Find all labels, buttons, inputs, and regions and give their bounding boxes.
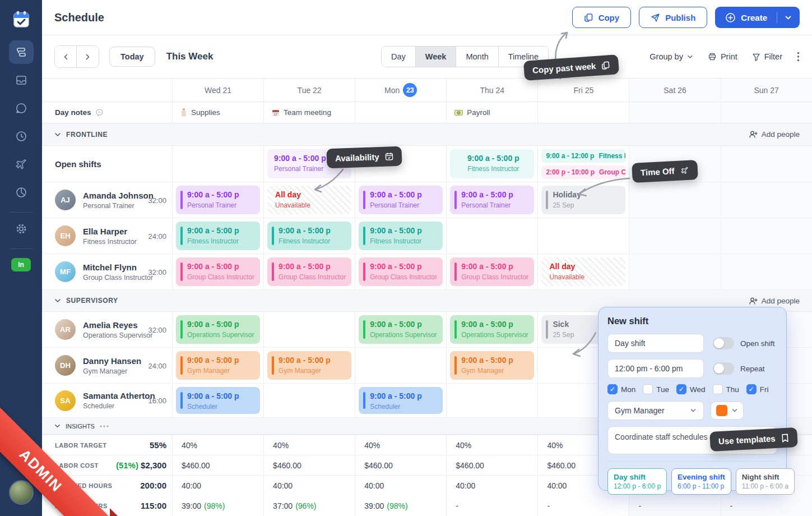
employee-name[interactable]: Amanda Johnson bbox=[83, 191, 154, 200]
create-button[interactable]: Create bbox=[715, 7, 800, 28]
schedule-cell[interactable]: 9:00 a - 5:00 pOperations Supervisor bbox=[355, 312, 446, 347]
sidebar-item-reports[interactable] bbox=[9, 181, 34, 204]
schedule-cell[interactable] bbox=[721, 218, 812, 254]
schedule-cell[interactable] bbox=[355, 348, 446, 383]
schedule-cell[interactable]: 9:00 a - 5:00 pOperations Supervisor bbox=[172, 312, 263, 347]
schedule-cell[interactable]: 9:00 a - 5:00 pScheduler bbox=[355, 384, 446, 417]
filter-button[interactable]: Filter bbox=[752, 52, 782, 61]
prev-week-button[interactable] bbox=[55, 46, 77, 67]
schedule-cell[interactable]: 9:00 a - 5:00 pPersonal Trainer bbox=[355, 182, 446, 218]
schedule-cell[interactable]: 9:00 a - 5:00 pFitness Instructor bbox=[355, 218, 446, 254]
open-shift-chip[interactable]: 9:00 a - 5:00 pFitness Instructor bbox=[450, 149, 534, 178]
copy-button[interactable]: Copy bbox=[572, 7, 632, 28]
schedule-cell[interactable] bbox=[172, 146, 263, 182]
schedule-cell[interactable] bbox=[537, 218, 629, 254]
template-night-shift[interactable]: Night shift11:00 p - 6:00 a bbox=[736, 468, 795, 495]
tab-week[interactable]: Week bbox=[416, 47, 457, 67]
avatar[interactable]: AJ bbox=[55, 190, 76, 210]
more-options-button[interactable] bbox=[797, 52, 800, 62]
day-note-empty[interactable] bbox=[537, 102, 629, 123]
app-logo-calendar-icon[interactable] bbox=[9, 7, 34, 31]
group-by-dropdown[interactable]: Group by bbox=[649, 52, 693, 61]
day-note[interactable]: Payroll bbox=[446, 102, 537, 123]
open-shift-toggle[interactable] bbox=[713, 337, 734, 349]
sidebar-item-time-clock[interactable] bbox=[9, 125, 34, 148]
weekday-checkbox-wed[interactable]: ✓ bbox=[676, 384, 686, 394]
section-label[interactable]: SUPERVISORY bbox=[66, 297, 118, 305]
role-dropdown[interactable]: Gym Manager bbox=[607, 401, 704, 420]
weekday-checkbox-fri[interactable]: ✓ bbox=[746, 384, 757, 394]
shift-chip[interactable]: 9:00 a - 5:00 pOperations Supervisor bbox=[359, 315, 443, 344]
avatar[interactable]: DH bbox=[55, 355, 76, 376]
shift-time-input[interactable]: 12:00 pm - 6:00 pm bbox=[607, 359, 704, 378]
shift-chip[interactable]: 9:00 a - 5:00 pGroup Class Instructor bbox=[267, 257, 351, 286]
schedule-cell[interactable]: 9:00 a - 5:00 pGroup Class Instructor bbox=[172, 254, 263, 289]
shift-chip[interactable]: 9:00 a - 5:00 pFitness Instructor bbox=[176, 222, 260, 250]
day-note-empty[interactable] bbox=[629, 102, 720, 123]
chevron-down-icon[interactable] bbox=[54, 131, 61, 138]
day-note[interactable]: Supplies bbox=[172, 102, 263, 123]
employee-name[interactable]: Mitchel Flynn bbox=[83, 262, 153, 272]
schedule-cell[interactable]: 9:00 a - 5:00 pGroup Class Instructor bbox=[355, 254, 446, 289]
shift-chip[interactable]: 9:00 a - 5:00 pGym Manager bbox=[176, 351, 260, 380]
tab-month[interactable]: Month bbox=[456, 47, 498, 67]
add-people-button[interactable]: Add people bbox=[749, 130, 800, 139]
schedule-cell[interactable] bbox=[446, 218, 537, 254]
shift-chip[interactable]: 9:00 a - 5:00 pGroup Class Instructor bbox=[359, 257, 443, 286]
sidebar-item-time-off[interactable] bbox=[9, 153, 34, 176]
schedule-cell[interactable]: All dayUnavailable bbox=[537, 254, 629, 289]
schedule-cell[interactable]: 9:00 a - 5:00 pScheduler bbox=[172, 384, 263, 417]
sidebar-item-inbox[interactable] bbox=[9, 68, 34, 92]
next-week-button[interactable] bbox=[77, 46, 99, 67]
add-people-button[interactable]: Add people bbox=[749, 297, 800, 305]
shift-chip[interactable]: 9:00 a - 5:00 pFitness Instructor bbox=[359, 222, 443, 250]
day-col-sat[interactable]: Sat 26 bbox=[629, 79, 720, 102]
shift-chip[interactable]: 9:00 a - 5:00 pPersonal Trainer bbox=[176, 186, 260, 214]
color-dropdown[interactable] bbox=[711, 402, 744, 420]
chevron-down-icon[interactable] bbox=[54, 423, 61, 429]
weekday-checkbox-tue[interactable] bbox=[643, 384, 653, 394]
current-user-avatar[interactable] bbox=[9, 480, 34, 505]
shift-chip[interactable]: 9:00 a - 5:00 pGroup Class Instructor bbox=[450, 257, 534, 286]
shift-chip[interactable]: 9:00 a - 5:00 pGroup Class Instructor bbox=[176, 257, 260, 286]
avatar[interactable]: SA bbox=[55, 390, 76, 411]
shift-chip[interactable]: 9:00 a - 5:00 pScheduler bbox=[176, 387, 260, 414]
avatar[interactable]: AR bbox=[55, 319, 76, 340]
template-day-shift[interactable]: Day shift12:00 p - 6:00 p bbox=[607, 468, 667, 495]
employee-name[interactable]: Amelia Reyes bbox=[83, 320, 152, 330]
schedule-cell[interactable]: 9:00 a - 5:00 pGym Manager bbox=[172, 348, 263, 383]
ellipsis-icon[interactable] bbox=[100, 425, 109, 427]
schedule-cell[interactable]: 9:00 a - 5:00 pOperations Supervisor bbox=[446, 312, 537, 347]
repeat-toggle[interactable] bbox=[713, 362, 734, 375]
shift-chip[interactable]: 9:00 a - 5:00 pPersonal Trainer bbox=[450, 186, 534, 214]
sidebar-item-settings[interactable] bbox=[9, 217, 34, 241]
schedule-cell[interactable]: 9:00 a - 5:00 pGym Manager bbox=[446, 348, 537, 383]
avatar[interactable]: EH bbox=[55, 225, 76, 246]
print-button[interactable]: Print bbox=[708, 52, 737, 61]
unavailable-chip[interactable]: All dayUnavailable bbox=[541, 257, 625, 286]
today-button[interactable]: Today bbox=[109, 47, 155, 67]
schedule-cell[interactable]: 9:00 a - 5:00 pFitness Instructor bbox=[446, 146, 537, 182]
day-note-empty[interactable] bbox=[721, 102, 812, 123]
template-evening-shift[interactable]: Evening shift6:00 p - 11:00 p bbox=[671, 468, 731, 495]
schedule-cell[interactable]: 9:00 a - 5:00 pPersonal Trainer bbox=[446, 182, 537, 218]
shift-chip[interactable]: 9:00 a - 5:00 pScheduler bbox=[359, 387, 443, 414]
schedule-cell[interactable]: 9:00 a - 5:00 pFitness Instructor bbox=[263, 218, 355, 254]
shift-chip[interactable]: 9:00 a - 5:00 pGym Manager bbox=[267, 351, 351, 380]
shift-chip[interactable]: 9:00 a - 5:00 pPersonal Trainer bbox=[359, 186, 443, 214]
schedule-cell[interactable] bbox=[629, 182, 720, 218]
employee-name[interactable]: Danny Hansen bbox=[83, 356, 141, 366]
day-col-sun[interactable]: Sun 27 bbox=[721, 79, 812, 102]
weekday-checkbox-thu[interactable] bbox=[713, 384, 723, 394]
schedule-cell[interactable]: 9:00 a - 5:00 pFitness Instructor bbox=[172, 218, 263, 254]
avatar[interactable]: MF bbox=[55, 261, 76, 282]
schedule-cell[interactable] bbox=[263, 312, 355, 347]
shift-name-input[interactable]: Day shift bbox=[607, 334, 704, 353]
day-note[interactable]: 17 Team meeting bbox=[263, 102, 355, 123]
day-col-tue[interactable]: Tue 22 bbox=[263, 79, 355, 102]
shift-chip[interactable]: 9:00 a - 5:00 pOperations Supervisor bbox=[450, 315, 534, 344]
schedule-cell[interactable]: 9:00 a - 5:00 pGroup Class Instructor bbox=[263, 254, 355, 289]
section-label[interactable]: FRONTLINE bbox=[66, 131, 108, 139]
schedule-cell[interactable] bbox=[263, 384, 355, 417]
employee-name[interactable]: Ella Harper bbox=[83, 227, 137, 236]
